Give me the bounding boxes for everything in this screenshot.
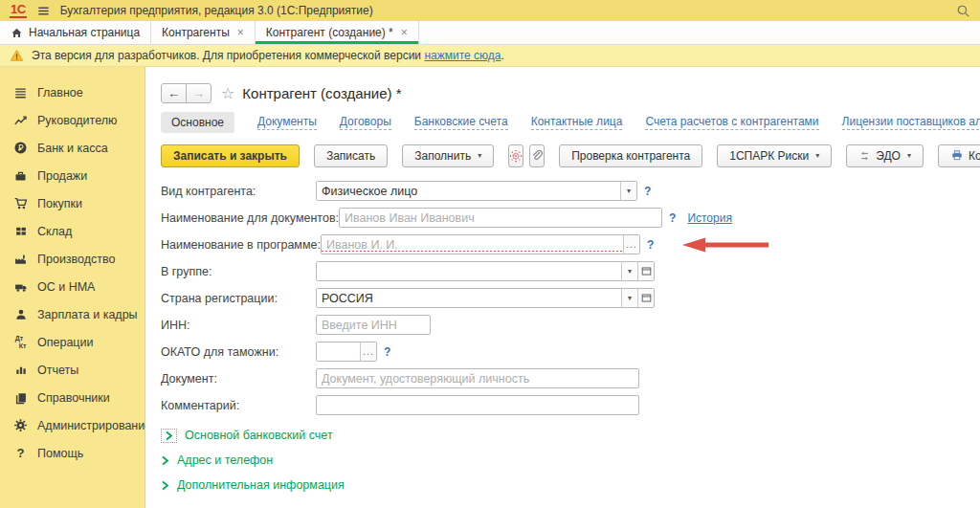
open-item-icon[interactable] [637,289,654,307]
field-label: ИНН: [161,319,316,332]
tab-kontragenty[interactable]: Контрагенты × [151,21,256,44]
field-label: Страна регистрации: [161,292,316,305]
back-button[interactable]: ← [161,83,187,103]
field-row-kind: Вид контрагента: ▾ ? [161,181,980,201]
section-label: Основной банковский счет [185,429,333,442]
nav-alcohol-licenses[interactable]: Лицензии поставщиков алкогольной продукц… [842,115,980,130]
identity-document-input[interactable] [316,368,639,388]
help-icon[interactable]: ? [669,211,676,225]
sidebar-item-bank-cash[interactable]: Банк и касса [0,134,145,162]
menu-lines-icon [12,85,29,100]
country-input[interactable] [317,289,621,307]
close-icon[interactable]: × [401,26,408,39]
chevron-right-icon [161,455,169,466]
chevron-down-icon[interactable]: ▾ [621,289,637,307]
main-menu-icon[interactable] [36,4,51,18]
boxes-grid-icon [12,224,29,239]
page-title: Контрагент (создание) * [242,85,401,101]
ellipsis-button[interactable]: ... [623,235,639,254]
sidebar-item-main[interactable]: Главное [0,78,145,106]
name-in-app-input[interactable] [322,235,623,254]
tab-kontragent-create[interactable]: Контрагент (создание) * × [256,21,419,44]
help-icon[interactable]: ? [384,345,390,359]
sidebar-item-operations[interactable]: ДтКт Операции [0,328,145,356]
nav-osnovnoe[interactable]: Основное [161,112,234,133]
envelope-print-button[interactable]: Конверт [938,144,980,167]
section-label: Адрес и телефон [177,453,273,467]
sidebar-item-label: Администрирование [37,419,151,432]
sidebar: Главное Руководителю Банк и касса Продаж… [0,67,145,508]
chevron-right-icon [161,429,177,443]
save-and-close-button[interactable]: Записать и закрыть [161,144,300,167]
tab-label: Контрагент (создание) * [266,26,393,39]
comment-input[interactable] [316,395,639,415]
history-link[interactable]: История [687,211,732,225]
sidebar-item-manager[interactable]: Руководителю [0,106,145,134]
tab-home[interactable]: Начальная страница [0,21,151,44]
forward-button[interactable]: → [186,83,212,103]
sidebar-item-production[interactable]: Производство [0,245,145,273]
sidebar-item-fixed-assets[interactable]: ОС и НМА [0,273,145,300]
check-counterparty-button[interactable]: Проверка контрагента [559,144,702,167]
red-asterisk-icon [509,149,523,163]
field-row-okato: ОКАТО для таможни: ... ? [161,342,980,362]
factory-icon [12,252,29,267]
printer-icon [950,149,964,162]
kind-input[interactable] [317,182,620,200]
main-content: ← → ☆ Контрагент (создание) * Основное Д… [145,67,980,508]
title-bar: 1С Бухгалтерия предприятия, редакция 3.0… [0,0,980,21]
section-additional-info[interactable]: Дополнительная информация [161,473,980,497]
section-main-bank-account[interactable]: Основной банковский счет [161,423,980,448]
warning-icon [10,49,24,62]
okato-combobox: ... [316,342,377,362]
tab-label: Начальная страница [29,26,140,39]
open-item-icon[interactable] [637,262,654,280]
nav-dogovory[interactable]: Договоры [340,115,391,130]
chevron-down-icon: ▾ [815,151,819,160]
attachments-button[interactable] [529,144,545,167]
tab-label: Контрагенты [162,26,230,39]
section-address-phone[interactable]: Адрес и телефон [161,448,980,473]
paperclip-icon [530,149,544,163]
envelope-label: Конверт [969,149,980,163]
ellipsis-button[interactable]: ... [360,342,376,361]
close-icon[interactable]: × [237,26,244,39]
okato-input[interactable] [317,342,360,361]
sidebar-item-sales[interactable]: Продажи [0,162,145,189]
help-icon[interactable]: ? [647,238,654,252]
nav-contact-persons[interactable]: Контактные лица [531,115,623,130]
spark-risks-dropdown-button[interactable]: 1СПАРК Риски▾ [717,144,832,167]
field-label: В группе: [161,265,316,278]
help-icon[interactable]: ? [644,185,651,198]
collapsible-sections: Основной банковский счет Адрес и телефон… [161,423,980,497]
nav-dokumenty[interactable]: Документы [257,115,317,130]
sidebar-item-salary-hr[interactable]: Зарплата и кадры [0,300,145,328]
toolbar: Записать и закрыть Записать Заполнить▾ П… [161,144,980,167]
counterparty-autofill-button[interactable] [508,144,523,167]
name-for-documents-input[interactable] [339,208,662,228]
inn-input[interactable] [316,315,431,335]
fill-dropdown-button[interactable]: Заполнить▾ [402,144,494,167]
form-nav: Основное Документы Договоры Банковские с… [161,111,980,134]
group-input[interactable] [317,262,621,280]
sidebar-item-administration[interactable]: Администрирование [0,411,145,439]
dev-version-banner: Эта версия для разработчиков. Для приобр… [0,45,980,67]
sidebar-item-warehouse[interactable]: Склад [0,217,145,245]
sidebar-item-purchases[interactable]: Покупки [0,189,145,217]
buy-commercial-link[interactable]: нажмите сюда [424,49,501,62]
sidebar-item-directories[interactable]: Справочники [0,384,145,411]
favorite-star-icon[interactable]: ☆ [221,84,234,102]
search-icon[interactable] [956,4,970,18]
sidebar-item-label: ОС и НМА [37,280,95,294]
group-combobox: ▾ [316,261,655,281]
nav-bank-accounts[interactable]: Банковские счета [414,115,508,130]
field-label: Наименование в программе: [161,238,321,252]
nav-settlement-accounts[interactable]: Счета расчетов с контрагентами [645,115,818,130]
sidebar-item-label: Банк и касса [37,142,108,155]
chevron-down-icon[interactable]: ▾ [620,182,636,200]
sidebar-item-reports[interactable]: Отчеты [0,356,145,384]
edo-dropdown-button[interactable]: ЭДО▾ [846,144,924,167]
sidebar-item-help[interactable]: ? Помощь [0,439,145,467]
chevron-down-icon[interactable]: ▾ [621,262,637,280]
save-button[interactable]: Записать [314,144,388,167]
